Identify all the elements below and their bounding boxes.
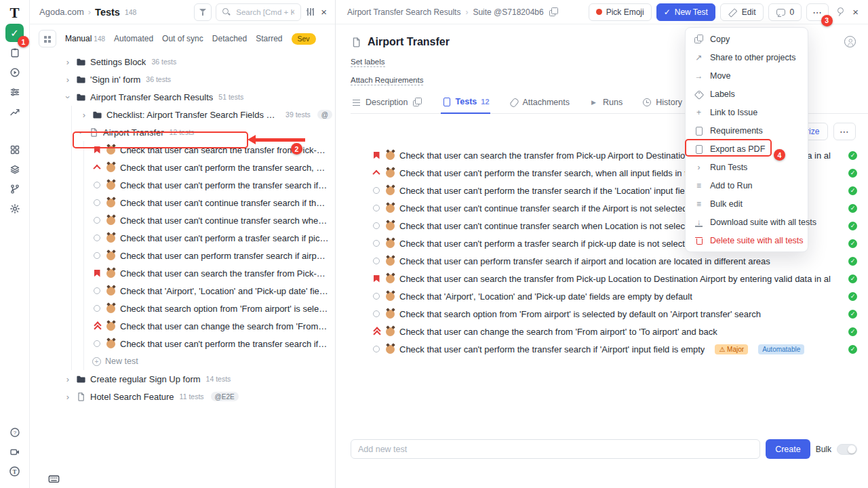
section-title: Tests [95, 7, 120, 18]
suite-count: 12 tests [170, 128, 195, 136]
copy-suite-id-icon[interactable] [549, 7, 559, 17]
tree-node-airport-results[interactable]: › Airport Transfer Search Results 51 tes… [30, 88, 335, 106]
test-row[interactable]: Check that user can change the search fr… [351, 323, 857, 340]
add-test-input[interactable] [351, 439, 760, 459]
edit-button[interactable]: Edit [720, 3, 764, 21]
bulk-toggle[interactable] [837, 444, 857, 455]
rail-item-docs[interactable] [5, 160, 24, 178]
chevron-right-icon[interactable]: › [64, 392, 72, 401]
test-row[interactable]: Check that search option from 'From airp… [351, 305, 857, 323]
avatar[interactable] [844, 36, 856, 47]
rail-item-tests[interactable]: ✓ 1 [5, 24, 24, 42]
chevron-right-icon[interactable]: › [64, 375, 72, 384]
test-row[interactable]: Check that user can't continue transfer … [30, 194, 335, 211]
rail-item-filters[interactable] [5, 83, 24, 101]
menu-item-requirements[interactable]: Requirements [686, 121, 808, 140]
filter-severity-pill[interactable]: Sev [292, 33, 316, 45]
menu-item-move[interactable]: Move [686, 66, 808, 85]
test-row[interactable]: Check that user can perform transfer sea… [351, 252, 857, 270]
tab-history[interactable]: History [641, 97, 683, 113]
rail-item-runs[interactable] [5, 63, 24, 81]
test-row[interactable]: Check that user can't perform the transf… [351, 340, 857, 358]
view-settings-button[interactable] [305, 7, 315, 18]
close-suite-button[interactable]: × [851, 5, 860, 18]
tab-tests[interactable]: Tests 12 [441, 97, 490, 114]
chevron-down-icon[interactable]: › [64, 93, 73, 101]
set-labels-link[interactable]: Set labels [351, 58, 385, 67]
menu-item-delete-suite-with-all-tests[interactable]: Delete suite with all tests [686, 231, 808, 249]
menu-item-share-to-other-projects[interactable]: Share to other projects [686, 48, 808, 66]
tree-node-hotel-search[interactable]: › Hotel Search Feature 11 tests @E2E [30, 388, 335, 405]
tab-runs[interactable]: ▶ Runs [588, 97, 623, 113]
severity-normal-icon [372, 256, 381, 266]
create-button[interactable]: Create [766, 439, 810, 459]
more-actions-button[interactable]: ⋯ 3 [806, 3, 829, 21]
test-row[interactable]: Check that 'Airport', 'Location' and 'Pi… [30, 282, 335, 300]
add-test-bar: Create Bulk [351, 439, 857, 459]
search-box[interactable] [216, 3, 301, 21]
attach-requirements-link[interactable]: Attach Requirements [351, 76, 423, 85]
filter-automated[interactable]: Automated [114, 34, 153, 43]
tree-node-sign-in-form[interactable]: › 'Sign in' form 36 tests [30, 70, 335, 88]
menu-item-download-suite-with-all-tests[interactable]: Download suite with all tests [686, 213, 808, 231]
panel-close-button[interactable]: × [319, 5, 328, 18]
comments-button[interactable]: 0 [768, 3, 802, 21]
test-emoji-icon [106, 163, 115, 172]
folder-icon [76, 57, 86, 67]
breadcrumb-parent[interactable]: Airport Transfer Search Results [347, 7, 460, 17]
tree-node-checklist[interactable]: › Checklist: Airport Transfer Search Fie… [30, 106, 335, 123]
test-row[interactable]: Check that user can't continue transfer … [30, 211, 335, 229]
support-button[interactable]: T [5, 462, 24, 481]
rail-item-analytics[interactable] [5, 102, 24, 121]
rail-item-settings[interactable] [5, 199, 24, 218]
menu-item-add-to-run[interactable]: Add to Run [686, 176, 808, 195]
new-test-button[interactable]: ✓ New Test [656, 3, 715, 21]
chevron-right-icon[interactable]: › [80, 110, 88, 119]
test-row[interactable]: Check that user can search the transfer … [351, 270, 857, 287]
copy-icon[interactable] [412, 98, 422, 107]
tab-description[interactable]: Description [351, 97, 423, 113]
menu-item-copy[interactable]: Copy [686, 30, 808, 48]
filter-detached[interactable]: Detached [212, 34, 247, 43]
test-row[interactable]: Check that search option from 'From airp… [30, 300, 335, 317]
rail-item-integrations[interactable] [5, 180, 24, 198]
menu-item-label: Export as PDF [710, 144, 765, 154]
tree-new-test[interactable]: + New test [30, 352, 335, 370]
help-button[interactable]: ? [5, 423, 24, 441]
project-name[interactable]: Agoda.com [39, 7, 84, 17]
search-input[interactable] [235, 7, 296, 17]
menu-item-run-tests[interactable]: Run Tests [686, 158, 808, 176]
severity-normal-icon [372, 221, 381, 230]
test-row[interactable]: Check that user can search the transfer … [30, 264, 335, 282]
list-more-button[interactable]: ⋯ [833, 123, 856, 140]
chevron-right-icon[interactable]: › [64, 75, 72, 84]
menu-item-bulk-edit[interactable]: Bulk edit [686, 195, 808, 213]
chevron-down-icon[interactable]: › [77, 128, 85, 136]
chevron-right-icon[interactable]: › [64, 58, 72, 66]
rail-item-dashboard[interactable] [5, 140, 24, 159]
view-mode-button[interactable] [39, 30, 56, 47]
filter-out-of-sync[interactable]: Out of sync [162, 34, 203, 43]
pick-emoji-button[interactable]: Pick Emoji [589, 3, 652, 21]
test-row[interactable]: Check that 'Airport', 'Location' and 'Pi… [351, 287, 857, 305]
test-row[interactable]: Check that user can search the transfer … [30, 141, 335, 159]
filter-button[interactable] [194, 3, 212, 21]
menu-item-export-as-pdf[interactable]: Export as PDF [686, 140, 808, 158]
test-row[interactable]: Check that user can perform transfer sea… [30, 247, 335, 264]
filter-starred[interactable]: Starred [256, 34, 282, 43]
tab-attachments[interactable]: Attachments [508, 97, 570, 113]
pin-button[interactable] [833, 7, 846, 18]
test-row[interactable]: Check that user can change the search fr… [30, 317, 335, 335]
tree-node-settings-block[interactable]: › Settings Block 36 tests [30, 53, 335, 70]
tree-node-create-signup[interactable]: › Create regular Sign Up form 14 tests [30, 370, 335, 388]
test-row[interactable]: Check that user can't perform a trasfer … [30, 229, 335, 247]
menu-item-link-to-issue[interactable]: Link to Issue [686, 103, 808, 121]
menu-item-labels[interactable]: Labels [686, 85, 808, 103]
keyboard-shortcuts-icon[interactable] [48, 473, 60, 487]
test-row[interactable]: Check that user can't perform the transf… [30, 335, 335, 352]
suite-label: Hotel Search Feature [90, 392, 174, 402]
filter-manual[interactable]: Manual148 [65, 34, 105, 43]
test-row[interactable]: Check that user can't perform the transf… [30, 176, 335, 194]
video-tour-button[interactable] [5, 443, 24, 461]
test-row[interactable]: Check that user can't perform the transf… [30, 159, 335, 176]
